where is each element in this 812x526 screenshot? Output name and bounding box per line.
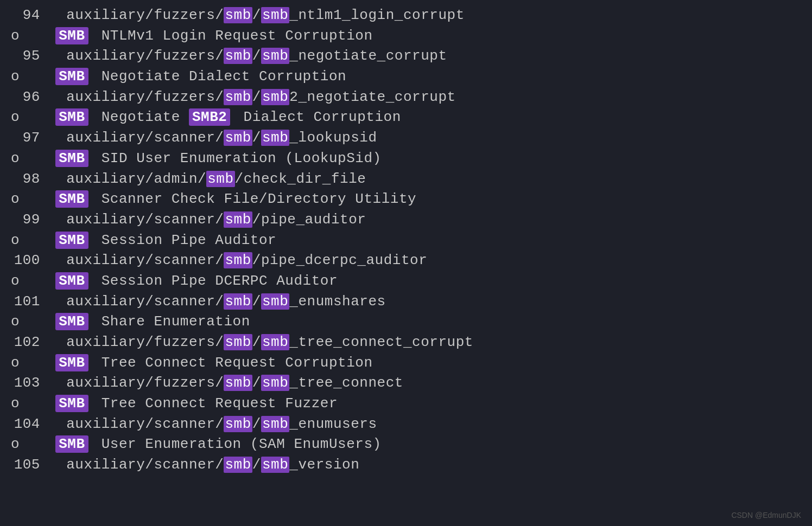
list-item: o SMB NTLMv1 Login Request Corruption xyxy=(11,26,801,47)
list-item: o SMB Session Pipe DCERPC Auditor xyxy=(11,271,801,292)
list-item: o SMB SID User Enumeration (LookupSid) xyxy=(11,149,801,169)
list-item: o SMB Tree Connect Request Corruption xyxy=(11,353,801,374)
list-item: 97 auxiliary/scanner/smb/smb_lookupsid xyxy=(11,128,801,149)
list-item: 104 auxiliary/scanner/smb/smb_enumusers xyxy=(11,414,801,435)
list-item: o SMB Negotiate SMB2 Dialect Corruption xyxy=(11,107,801,128)
list-item: 101 auxiliary/scanner/smb/smb_enumshares xyxy=(11,292,801,312)
list-item: o SMB Tree Connect Request Fuzzer xyxy=(11,394,801,414)
list-item: 95 auxiliary/fuzzers/smb/smb_negotiate_c… xyxy=(11,46,801,67)
list-item: 100 auxiliary/scanner/smb/pipe_dcerpc_au… xyxy=(11,251,801,271)
list-item: 98 auxiliary/admin/smb/check_dir_file xyxy=(11,169,801,190)
watermark-text: CSDN @EdmunDJK xyxy=(731,511,801,519)
list-item: 99 auxiliary/scanner/smb/pipe_auditor xyxy=(11,210,801,230)
list-item: 102 auxiliary/fuzzers/smb/smb_tree_conne… xyxy=(11,332,801,353)
terminal-output: 94 auxiliary/fuzzers/smb/smb_ntlm1_login… xyxy=(0,0,812,481)
list-item: o SMB Negotiate Dialect Corruption xyxy=(11,67,801,87)
list-item: o SMB Share Enumeration xyxy=(11,312,801,332)
list-item: o SMB Scanner Check File/Directory Utili… xyxy=(11,189,801,210)
list-item: 96 auxiliary/fuzzers/smb/smb2_negotiate_… xyxy=(11,87,801,108)
list-item: o SMB Session Pipe Auditor xyxy=(11,230,801,251)
list-item: 94 auxiliary/fuzzers/smb/smb_ntlm1_login… xyxy=(11,5,801,26)
list-item: o SMB User Enumeration (SAM EnumUsers) xyxy=(11,434,801,455)
list-item: 105 auxiliary/scanner/smb/smb_version xyxy=(11,455,801,476)
list-item: 103 auxiliary/fuzzers/smb/smb_tree_conne… xyxy=(11,373,801,394)
